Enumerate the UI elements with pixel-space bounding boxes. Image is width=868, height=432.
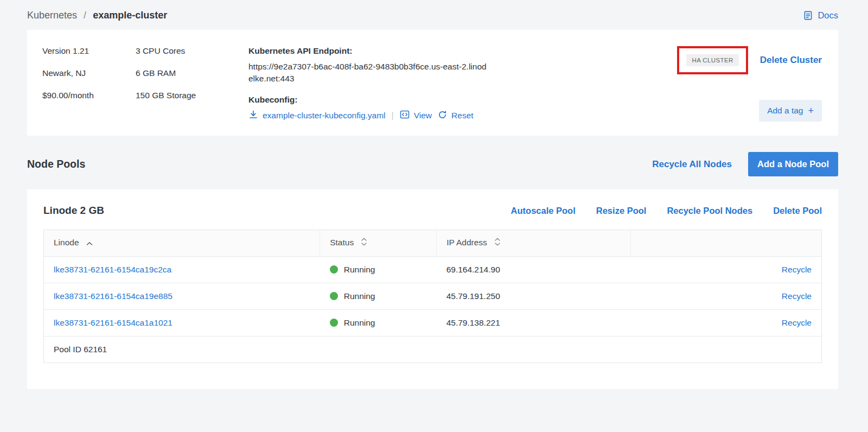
spec-storage: 150 GB Storage [136,91,248,100]
recycle-pool-nodes-button[interactable]: Recycle Pool Nodes [667,206,752,216]
table-header-row: Linode Status IP Address [44,230,821,256]
status-badge: Running [330,291,427,301]
ip-header-label: IP Address [446,238,487,247]
api-endpoint-url: https://9e2a7307-b6ac-408f-ba62-9483b0b3… [248,61,487,85]
cluster-summary-card: Version 1.21 3 CPU Cores Newark, NJ 6 GB… [27,30,838,136]
add-node-pool-button[interactable]: Add a Node Pool [748,152,838,176]
column-header-actions [631,230,821,256]
breadcrumb-separator: / [84,10,86,21]
status-dot-icon [330,292,338,300]
pool-id-row: Pool ID 62161 [44,336,821,363]
node-ip: 45.79.138.221 [446,318,500,327]
summary-right: HA CLUSTER Delete Cluster Add a tag + [677,46,822,122]
status-dot-icon [330,319,338,327]
autoscale-pool-button[interactable]: Autoscale Pool [511,206,576,216]
kubeconfig-filename: example-cluster-kubeconfig.yaml [263,111,386,120]
resize-pool-button[interactable]: Resize Pool [596,206,647,216]
download-icon [248,110,258,122]
add-tag-button[interactable]: Add a tag + [759,100,822,122]
delete-cluster-button[interactable]: Delete Cluster [760,55,822,66]
delete-pool-button[interactable]: Delete Pool [773,206,822,216]
column-header-status[interactable]: Status [320,230,437,256]
docs-link[interactable]: Docs [803,10,838,21]
pool-name: Linode 2 GB [43,205,104,217]
node-pools-header: Node Pools Recycle All Nodes Add a Node … [27,152,838,176]
ha-cluster-chip: HA CLUSTER [686,54,738,66]
node-ip: 45.79.191.250 [446,291,500,301]
node-link[interactable]: lke38731-62161-6154ca19c2ca [54,265,171,274]
kubeconfig-divider: | [392,111,394,120]
kubeconfig-label: Kubeconfig: [248,95,503,105]
docs-icon [803,10,813,21]
node-link[interactable]: lke38731-62161-6154ca1a1021 [54,318,173,327]
reset-label: Reset [451,111,474,120]
nodes-table: Linode Status IP Address [43,230,822,363]
spec-price: $90.00/month [42,91,136,100]
column-header-linode[interactable]: Linode [44,230,320,256]
pool-actions: Autoscale Pool Resize Pool Recycle Pool … [511,206,822,216]
view-label: View [414,111,432,120]
status-label: Running [344,291,375,301]
linode-header-label: Linode [54,238,79,247]
status-badge: Running [330,318,427,328]
spec-version: Version 1.21 [42,46,136,56]
node-ip: 69.164.214.90 [446,265,500,274]
ha-row: HA CLUSTER Delete Cluster [677,46,822,74]
endpoint-block: Kubernetes API Endpoint: https://9e2a730… [248,46,503,122]
kubeconfig-view-link[interactable]: View [400,110,432,122]
sort-up-down-icon [494,238,501,247]
table-row: lke38731-62161-6154ca19e885 Running 45.7… [44,283,821,309]
status-label: Running [344,265,375,275]
node-pools-title: Node Pools [27,158,85,170]
api-endpoint-label: Kubernetes API Endpoint: [248,46,503,56]
ha-cluster-annotation: HA CLUSTER [677,46,748,74]
recycle-node-button[interactable]: Recycle [782,318,812,327]
sort-up-down-icon [361,238,367,247]
node-link[interactable]: lke38731-62161-6154ca19e885 [54,291,173,301]
page: Kubernetes / example-cluster Docs Versio… [0,0,868,389]
code-view-icon [400,110,410,122]
status-header-label: Status [330,238,354,247]
cluster-specs: Version 1.21 3 CPU Cores Newark, NJ 6 GB… [42,46,248,122]
breadcrumb-cluster-name: example-cluster [93,10,167,21]
recycle-all-nodes-button[interactable]: Recycle All Nodes [652,159,732,170]
status-label: Running [344,318,375,328]
node-pools-actions: Recycle All Nodes Add a Node Pool [652,152,838,176]
kubeconfig-actions: example-cluster-kubeconfig.yaml | View [248,110,503,122]
status-badge: Running [330,265,427,275]
recycle-node-button[interactable]: Recycle [782,265,812,274]
table-row: lke38731-62161-6154ca1a1021 Running 45.7… [44,309,821,336]
recycle-node-button[interactable]: Recycle [782,291,812,301]
plus-icon: + [808,107,814,115]
reset-icon [438,110,447,122]
spec-cpu: 3 CPU Cores [136,46,248,56]
breadcrumb: Kubernetes / example-cluster [27,10,167,21]
node-pool-card: Linode 2 GB Autoscale Pool Resize Pool R… [27,189,838,389]
table-row: lke38731-62161-6154ca19c2ca Running 69.1… [44,256,821,283]
spec-ram: 6 GB RAM [136,68,248,78]
kubeconfig-reset-link[interactable]: Reset [438,110,474,122]
pool-id-label: Pool ID 62161 [54,345,107,354]
pool-header: Linode 2 GB Autoscale Pool Resize Pool R… [43,205,822,217]
kubeconfig-download-link[interactable]: example-cluster-kubeconfig.yaml [248,110,386,122]
docs-label: Docs [818,10,838,21]
add-tag-label: Add a tag [767,106,803,116]
topbar: Kubernetes / example-cluster Docs [27,10,838,21]
chevron-up-icon [86,238,93,247]
spec-region: Newark, NJ [42,68,136,78]
column-header-ip[interactable]: IP Address [437,230,631,256]
status-dot-icon [330,265,338,274]
breadcrumb-kubernetes[interactable]: Kubernetes [27,10,77,21]
